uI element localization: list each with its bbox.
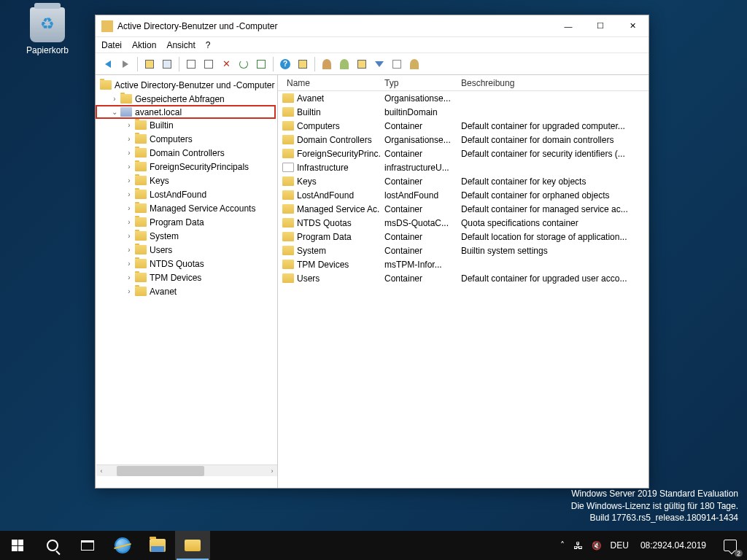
expand-icon[interactable]: › [125,246,133,254]
find-button[interactable] [295,56,311,72]
tree-item-managed-service-accounts[interactable]: ›Managed Service Accounts [96,201,277,215]
tree-domain-node[interactable]: ⌄ avanet.local [96,105,276,119]
list-row[interactable]: LostAndFoundlostAndFoundDefault containe… [278,188,649,202]
help-button[interactable]: ? [277,56,293,72]
list-row[interactable]: BuiltinbuiltinDomain [278,105,649,119]
tree-pane[interactable]: Active Directory-Benutzer und -Computer … [96,75,278,488]
tree-item-keys[interactable]: ›Keys [96,174,277,187]
properties-button[interactable] [159,56,175,72]
row-type: Container [380,232,457,242]
tree-item-users[interactable]: ›Users [96,243,277,257]
tree-item-domain-controllers[interactable]: ›Domain Controllers [96,146,277,160]
expand-icon[interactable]: › [125,163,133,171]
find-icon [298,60,307,69]
list-row[interactable]: Managed Service Ac...ContainerDefault co… [278,202,649,216]
menu-ansicht[interactable]: Ansicht [166,40,195,50]
expand-icon[interactable]: › [125,260,133,268]
desktop-recycle-bin[interactable]: Papierkorb [22,7,73,55]
find-objects-button[interactable] [389,56,405,72]
add-criteria-button[interactable] [406,56,422,72]
expand-icon[interactable]: › [125,218,133,227]
start-button[interactable] [0,531,35,560]
ie-taskbar-button[interactable] [105,531,140,560]
minimize-button[interactable]: — [552,15,584,37]
expand-icon[interactable]: › [110,95,119,104]
row-desc: Default location for storage of applicat… [457,232,649,242]
new-group-button[interactable] [336,56,352,72]
row-type: Container [380,246,457,256]
list-row[interactable]: TPM DevicesmsTPM-Infor... [278,257,649,271]
expand-icon[interactable]: › [125,232,133,241]
expand-icon[interactable]: › [125,204,133,213]
folder-icon [135,287,147,296]
tray-clock[interactable]: 08:29 24.04.2019 [633,531,713,560]
tray-expand-button[interactable]: ˄ [556,531,569,560]
collapse-icon[interactable]: ⌄ [110,108,119,117]
list-row[interactable]: ComputersContainerDefault container for … [278,119,649,133]
tree-item-foreignsecurityprincipals[interactable]: ›ForeignSecurityPrincipals [96,160,277,174]
list-row[interactable]: NTDS QuotasmsDS-QuotaC...Quota specifica… [278,216,649,230]
tray-volume-button[interactable]: 🔇 [587,531,606,560]
tray-network-button[interactable]: 🖧 [569,531,587,560]
menu-datei[interactable]: Datei [101,40,122,50]
delete-button[interactable]: ✕ [218,56,234,72]
expand-icon[interactable]: › [125,287,133,296]
tree-item-system[interactable]: ›System [96,229,277,243]
refresh-button[interactable] [236,56,252,72]
expand-icon[interactable]: › [125,149,133,158]
list-row[interactable]: Domain ControllersOrganisationse...Defau… [278,133,649,147]
list-row[interactable]: Program DataContainerDefault location fo… [278,230,649,244]
explorer-taskbar-button[interactable] [140,531,175,560]
new-user-button[interactable] [319,56,335,72]
scroll-left-icon[interactable]: ‹ [96,467,107,475]
cut-button[interactable] [183,56,199,72]
list-row[interactable]: InfrastructureinfrastructureU... [278,160,649,174]
titlebar[interactable]: Active Directory-Benutzer und -Computer … [96,15,649,37]
filter-button[interactable] [371,56,387,72]
col-type[interactable]: Typ [380,78,457,88]
forward-button[interactable] [117,56,133,72]
expand-icon[interactable]: › [125,121,133,130]
show-hide-tree-button[interactable] [142,56,158,72]
add-criteria-icon [410,59,419,69]
list-row[interactable]: ForeignSecurityPrinc...ContainerDefault … [278,147,649,160]
task-view-button[interactable] [70,531,105,560]
col-name[interactable]: Name [278,78,380,88]
close-button[interactable]: ✕ [616,15,649,37]
tree-item-tpm-devices[interactable]: ›TPM Devices [96,271,277,284]
col-desc[interactable]: Beschreibung [457,78,649,88]
notifications-button[interactable]: 2 [713,531,747,560]
tree-root[interactable]: Active Directory-Benutzer und -Computer [96,78,277,92]
tree-item-ntds-quotas[interactable]: ›NTDS Quotas [96,257,277,271]
expand-icon[interactable]: › [125,176,133,185]
scrollbar-track[interactable] [117,466,257,476]
back-button[interactable] [100,56,116,72]
tree-saved-queries[interactable]: › Gespeicherte Abfragen [96,92,277,106]
tree-item-program-data[interactable]: ›Program Data [96,215,277,229]
forward-arrow-icon [123,61,128,68]
tree-item-builtin[interactable]: ›Builtin [96,118,277,132]
tree-item-avanet[interactable]: ›Avanet [96,284,277,298]
list-row[interactable]: KeysContainerDefault container for key o… [278,174,649,188]
list-pane[interactable]: Name Typ Beschreibung AvanetOrganisation… [278,75,649,488]
tray-language-button[interactable]: DEU [606,531,633,560]
tree-item-computers[interactable]: ›Computers [96,132,277,146]
expand-icon[interactable]: › [125,135,133,144]
menu-aktion[interactable]: Aktion [132,40,156,50]
new-ou-button[interactable] [354,56,370,72]
expand-icon[interactable]: › [125,190,133,199]
aduc-taskbar-button[interactable] [175,531,210,560]
tree-item-lostandfound[interactable]: ›LostAndFound [96,187,277,201]
maximize-button[interactable]: ☐ [584,15,616,37]
copy-button[interactable] [201,56,217,72]
expand-icon[interactable]: › [125,273,133,282]
list-row[interactable]: SystemContainerBuiltin system settings [278,244,649,257]
tree-horizontal-scrollbar[interactable]: ‹ › [96,464,277,476]
search-button[interactable] [35,531,70,560]
export-button[interactable] [253,56,269,72]
menu-help[interactable]: ? [206,40,211,50]
list-row[interactable]: AvanetOrganisationse... [278,91,649,105]
list-row[interactable]: UsersContainerDefault container for upgr… [278,271,649,285]
scroll-right-icon[interactable]: › [267,467,277,475]
scrollbar-thumb[interactable] [117,466,204,476]
